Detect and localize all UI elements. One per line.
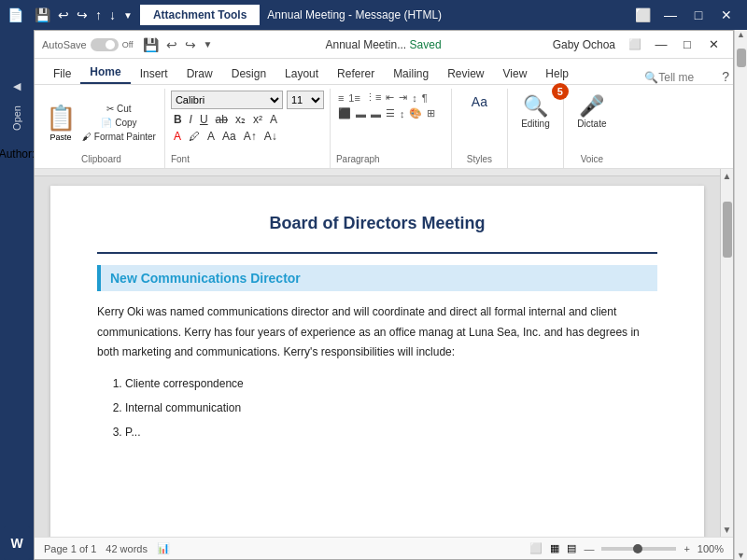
multilevel-button[interactable]: ⋮≡ <box>363 91 383 105</box>
show-marks-button[interactable]: ¶ <box>420 91 430 105</box>
font-color2-btn[interactable]: A <box>204 129 218 144</box>
upload-button[interactable]: ↑ <box>93 6 104 24</box>
view-mode-1-button[interactable]: ⬜ <box>529 542 543 554</box>
font-label: Font <box>171 154 190 166</box>
align-right-button[interactable]: ▬ <box>369 106 383 120</box>
zoom-level: 100% <box>698 543 724 554</box>
outer-scroll-up-arrow[interactable]: ▲ <box>737 30 745 39</box>
quick-access-toolbar: 💾 ↩ ↪ ↑ ↓ ▼ <box>33 6 134 24</box>
view-mode-2-button[interactable]: ▦ <box>550 542 559 554</box>
align-left-button[interactable]: ⬛ <box>336 106 353 120</box>
font-family-select[interactable]: Calibri <box>171 91 283 109</box>
undo-qa-button[interactable]: ↩ <box>56 6 71 24</box>
strikethrough-button[interactable]: ab <box>213 112 231 127</box>
tab-home[interactable]: Home <box>80 62 130 84</box>
clipboard-group: 📋 Paste ✂ Cut 📄 Copy 🖌 Format Painter Cl… <box>38 89 165 168</box>
minimize-inner-button[interactable]: — <box>649 35 673 55</box>
list-item: P... <box>125 421 657 443</box>
cut-button[interactable]: ✂ Cut <box>79 103 159 115</box>
bullets-button[interactable]: ≡ <box>336 91 345 105</box>
inner-undo-button[interactable]: ↩ <box>164 35 179 54</box>
decrease-indent-button[interactable]: ⇤ <box>384 91 396 105</box>
document-page[interactable]: Board of Directors Meeting New Communica… <box>50 186 704 537</box>
redo-qa-button[interactable]: ↪ <box>75 6 90 24</box>
grow-font-btn[interactable]: A↑ <box>241 129 260 144</box>
tab-file[interactable]: File <box>44 63 80 84</box>
shrink-font-btn[interactable]: A↓ <box>261 129 280 144</box>
inner-more-button[interactable]: ▼ <box>202 37 215 51</box>
copy-button[interactable]: 📄 Copy <box>79 117 159 129</box>
outer-left-panel: ◀ Open Author: W <box>0 30 34 560</box>
scroll-up-arrow[interactable]: ▲ <box>721 169 733 183</box>
editing-content[interactable]: 🔍 Editing <box>514 91 557 133</box>
tab-view[interactable]: View <box>494 63 537 84</box>
line-spacing-button[interactable]: ↕ <box>398 106 407 120</box>
tab-layout[interactable]: Layout <box>275 63 328 84</box>
sort-button[interactable]: ↕ <box>410 91 419 105</box>
tab-mailing[interactable]: Mailing <box>384 63 438 84</box>
main-layout: ◀ Open Author: W AutoSave Off 💾 ↩ <box>0 30 747 560</box>
scroll-down-arrow[interactable]: ▼ <box>721 523 733 537</box>
clear-format-button[interactable]: A <box>267 112 280 127</box>
subscript-button[interactable]: x₂ <box>233 112 248 127</box>
underline-button[interactable]: U <box>197 112 211 127</box>
page-label: Page 1 of 1 <box>44 543 96 554</box>
view-mode-3-button[interactable]: ▤ <box>567 542 576 554</box>
tab-referer[interactable]: Referer <box>328 63 384 84</box>
attachment-tools-tab[interactable]: Attachment Tools <box>140 5 260 25</box>
font-size-select[interactable]: 11 <box>287 91 324 109</box>
down-button[interactable]: ↓ <box>107 6 118 24</box>
italic-button[interactable]: I <box>187 112 195 127</box>
tab-draw[interactable]: Draw <box>177 63 222 84</box>
increase-indent-button[interactable]: ⇥ <box>397 91 409 105</box>
autosave-off-label: Off <box>122 40 134 49</box>
paste-button[interactable]: 📋 Paste <box>44 102 78 144</box>
tab-review[interactable]: Review <box>438 63 493 84</box>
words-label: 42 words <box>106 543 148 554</box>
minimize-outer-button[interactable]: — <box>657 4 684 26</box>
outer-vertical-scrollbar[interactable]: ▲ ▼ <box>734 30 747 560</box>
paragraph-group: ≡ 1≡ ⋮≡ ⇤ ⇥ ↕ ¶ ⬛ ▬ ▬ ☰ <box>331 89 452 168</box>
dictate-icon: 🎤 <box>579 94 604 119</box>
popout-button[interactable]: ⬜ <box>623 35 647 55</box>
ribbon-search-area: 🔍 <box>644 71 714 84</box>
tab-help[interactable]: Help <box>536 63 578 84</box>
autosave-toggle[interactable] <box>91 38 119 51</box>
superscript-button[interactable]: x² <box>250 112 265 127</box>
align-center-button[interactable]: ▬ <box>354 106 368 120</box>
tab-design[interactable]: Design <box>222 63 275 84</box>
restore-inner-button[interactable]: □ <box>675 35 699 55</box>
vertical-scrollbar[interactable]: ▲ ▼ <box>720 169 733 537</box>
justify-button[interactable]: ☰ <box>384 106 397 120</box>
format-painter-button[interactable]: 🖌 Format Painter <box>79 131 159 143</box>
editing-label: Editing <box>521 119 550 129</box>
font-color-btn[interactable]: A <box>171 129 184 144</box>
back-button[interactable]: ◀ <box>9 77 24 96</box>
zoom-slider[interactable] <box>601 547 676 551</box>
ribbon-search-input[interactable] <box>658 71 714 84</box>
vertical-scroll-thumb[interactable] <box>723 202 732 258</box>
outer-scroll-down-arrow[interactable]: ▼ <box>737 551 745 560</box>
paragraph-label: Paragraph <box>336 154 380 166</box>
numbering-button[interactable]: 1≡ <box>346 91 362 105</box>
bold-button[interactable]: B <box>171 112 185 127</box>
restore-outer-button[interactable]: ⬜ <box>629 4 655 26</box>
highlight-btn[interactable]: 🖊 <box>186 129 203 144</box>
tab-insert[interactable]: Insert <box>131 63 177 84</box>
section-heading: New Communications Director <box>110 271 648 286</box>
maximize-outer-button[interactable]: □ <box>685 4 712 26</box>
outer-window: 📄 💾 ↩ ↪ ↑ ↓ ▼ Attachment Tools Annual Me… <box>0 0 747 560</box>
outer-scroll-thumb[interactable] <box>737 49 746 67</box>
close-inner-button[interactable]: ✕ <box>701 35 726 55</box>
borders-button[interactable]: ⊞ <box>425 106 437 120</box>
saved-indicator: Saved <box>410 38 442 51</box>
shading-button[interactable]: 🎨 <box>407 106 424 120</box>
dictate-content[interactable]: 🎤 Dictate <box>570 91 613 133</box>
inner-title: Annual Meetin... Saved <box>214 38 552 51</box>
close-outer-button[interactable]: ✕ <box>713 4 740 26</box>
change-case-btn[interactable]: Aa <box>219 129 239 144</box>
more-qa-button[interactable]: ▼ <box>121 8 134 22</box>
inner-redo-button[interactable]: ↪ <box>183 35 198 54</box>
inner-save-button[interactable]: 💾 <box>141 35 161 54</box>
save-qa-button[interactable]: 💾 <box>33 6 52 24</box>
